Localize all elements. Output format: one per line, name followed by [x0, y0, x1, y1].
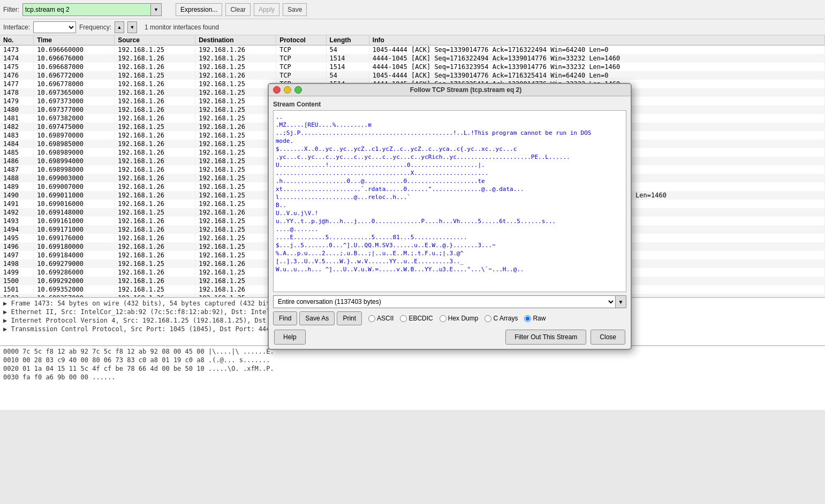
hex-line: 0010 00 28 03 c9 40 00 80 06 73 83 c0 a8… — [3, 356, 822, 364]
clear-button[interactable]: Clear — [225, 3, 251, 16]
monitor-info: 1 monitor interfaces found — [145, 24, 219, 31]
stream-line: .yc...c..yc...c..yc...c..yc...c..yc...c.… — [276, 153, 624, 161]
ascii-radio[interactable] — [368, 315, 375, 322]
table-cell: 192.168.1.26 — [115, 140, 195, 148]
table-cell: 10.699007000 — [34, 182, 115, 191]
table-cell: 192.168.1.25 — [195, 294, 276, 297]
table-cell: 1514 — [326, 54, 369, 63]
modal-minimize-btn[interactable] — [284, 86, 291, 94]
carrays-radio-label[interactable]: C Arrays — [485, 315, 518, 322]
table-cell: 192.168.1.25 — [195, 234, 276, 242]
table-cell: 1492 — [0, 208, 34, 217]
table-cell: 192.168.1.26 — [195, 45, 276, 55]
ebcdic-radio-label[interactable]: EBCDIC — [400, 315, 433, 322]
table-cell: 1045-4444 [ACK] Seq=1339014776 Ack=17163… — [369, 45, 824, 55]
ebcdic-radio[interactable] — [400, 315, 407, 322]
stream-line: ....E.........5............5.....81...5.… — [276, 233, 624, 241]
ascii-radio-label[interactable]: ASCII — [368, 315, 393, 322]
modal-close-btn[interactable] — [273, 86, 281, 94]
table-cell: 1480 — [0, 105, 34, 114]
table-cell: TCP — [276, 63, 326, 71]
save-button[interactable]: Save — [283, 3, 307, 16]
table-cell: 192.168.1.25 — [195, 140, 276, 148]
table-cell: TCP — [276, 71, 326, 80]
table-cell: 10.699148000 — [34, 208, 115, 217]
table-cell: 1478 — [0, 88, 34, 97]
apply-button[interactable]: Apply — [254, 3, 279, 16]
table-cell: 192.168.1.25 — [195, 114, 276, 123]
table-cell: 4444-1045 [ACK] Seq=1716323954 Ack=13390… — [369, 63, 824, 71]
table-row[interactable]: 147510.696687000192.168.1.26192.168.1.25… — [0, 63, 825, 71]
table-cell: 192.168.1.26 — [115, 242, 195, 251]
stream-line: .. — [276, 113, 624, 121]
table-cell: 192.168.1.25 — [195, 97, 276, 105]
stream-line: .MZ.....[REU....%.........m — [276, 121, 624, 129]
table-row[interactable]: 147610.696772000192.168.1.25192.168.1.26… — [0, 71, 825, 80]
stream-line: xt......................`.rdata.....0...… — [276, 185, 624, 193]
filter-input[interactable] — [22, 3, 151, 16]
table-cell: 192.168.1.25 — [195, 88, 276, 97]
table-cell: 192.168.1.26 — [195, 285, 276, 294]
print-button[interactable]: Print — [337, 311, 362, 325]
table-cell: 192.168.1.26 — [115, 268, 195, 277]
table-cell: 192.168.1.26 — [115, 54, 195, 63]
table-cell: 4444-1045 [ACK] Seq=1716322494 Ack=13390… — [369, 54, 824, 63]
table-cell: 1501 — [0, 285, 34, 294]
table-cell: 192.168.1.25 — [115, 71, 195, 80]
table-cell: 192.168.1.25 — [195, 105, 276, 114]
raw-radio-label[interactable]: Raw — [524, 315, 546, 322]
conversation-dropdown[interactable]: Entire conversation (1137403 bytes) — [273, 295, 616, 308]
filter-bar: Filter: ▼ Expression... Clear Apply Save — [0, 0, 825, 19]
filter-dropdown-btn[interactable]: ▼ — [151, 3, 162, 16]
table-cell: 1482 — [0, 123, 34, 131]
table-cell: 10.696660000 — [34, 45, 115, 55]
raw-radio[interactable] — [524, 315, 531, 322]
table-cell: 10.699184000 — [34, 251, 115, 259]
filter-out-button[interactable]: Filter Out This Stream — [505, 330, 586, 345]
table-cell: 10.698989000 — [34, 148, 115, 157]
save-as-button[interactable]: Save As — [299, 311, 335, 325]
find-button[interactable]: Find — [273, 311, 297, 325]
table-cell: 10.697365000 — [34, 88, 115, 97]
table-cell: 192.168.1.25 — [195, 157, 276, 165]
hexdump-radio[interactable] — [440, 315, 446, 322]
table-cell: 192.168.1.25 — [195, 63, 276, 71]
expression-button[interactable]: Expression... — [176, 3, 222, 16]
stream-line: u..YY..t..p.j@h...h...j....0............… — [276, 217, 624, 225]
table-cell: 1496 — [0, 242, 34, 251]
table-cell: 192.168.1.25 — [195, 148, 276, 157]
table-cell: 192.168.1.25 — [195, 268, 276, 277]
hex-panel: 0000 7c 5c f8 12 ab 92 7c 5c f8 12 ab 92… — [0, 346, 825, 410]
frequency-up-btn[interactable]: ▼ — [127, 21, 137, 33]
ascii-label: ASCII — [377, 315, 393, 322]
table-cell: 10.699011000 — [34, 191, 115, 200]
frequency-down-btn[interactable]: ▲ — [115, 21, 124, 33]
hexdump-radio-label[interactable]: Hex Dump — [440, 315, 479, 322]
table-row[interactable]: 147410.696676000192.168.1.26192.168.1.25… — [0, 54, 825, 63]
filter-input-wrap: ▼ — [22, 3, 172, 16]
table-cell: 1499 — [0, 268, 34, 277]
table-cell: 10.697377000 — [34, 105, 115, 114]
carrays-radio[interactable] — [485, 315, 491, 322]
table-cell: 192.168.1.26 — [115, 157, 195, 165]
stream-content-area[interactable]: ...MZ.....[REU....%.........m..;Sj.P....… — [273, 110, 626, 292]
modal-title: Follow TCP Stream (tcp.stream eq 2) — [305, 86, 626, 94]
help-button[interactable]: Help — [274, 330, 306, 345]
table-cell: 1500 — [0, 277, 34, 285]
close-button[interactable]: Close — [591, 330, 625, 345]
table-row[interactable]: 147310.696660000192.168.1.25192.168.1.26… — [0, 45, 825, 55]
table-cell: TCP — [276, 54, 326, 63]
conversation-dropdown-arrow[interactable]: ▼ — [616, 295, 626, 308]
carrays-label: C Arrays — [493, 315, 518, 322]
table-cell: 1497 — [0, 251, 34, 259]
table-cell: 192.168.1.25 — [115, 123, 195, 131]
table-cell: 1479 — [0, 97, 34, 105]
stream-line: ......................................X.… — [276, 169, 624, 177]
interface-select[interactable] — [33, 21, 76, 33]
table-cell: 192.168.1.26 — [195, 71, 276, 80]
table-cell: 10.699352000 — [34, 285, 115, 294]
stream-line: $.......X..0..yc..yc..ycZ..c1.ycZ..c..yc… — [276, 145, 624, 153]
modal-maximize-btn[interactable] — [294, 86, 302, 94]
table-cell: 192.168.1.25 — [115, 208, 195, 217]
table-cell: 10.699286000 — [34, 268, 115, 277]
